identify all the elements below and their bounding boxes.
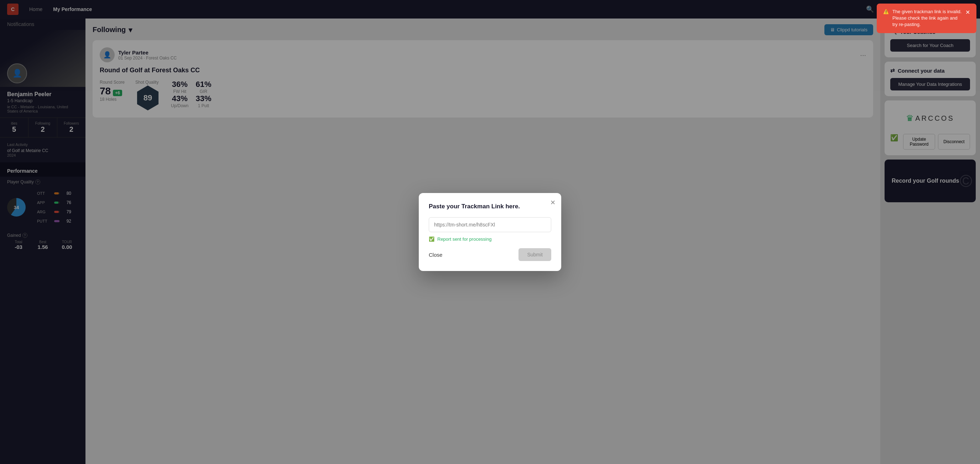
modal-title: Paste your Trackman Link here.: [429, 203, 551, 210]
modal-success-msg: ✅ Report sent for processing: [429, 237, 551, 242]
modal-overlay: ✕ Paste your Trackman Link here. ✅ Repor…: [0, 0, 980, 464]
success-icon: ✅: [429, 237, 434, 242]
trackman-modal: ✕ Paste your Trackman Link here. ✅ Repor…: [419, 193, 561, 271]
toast-close-icon[interactable]: ✕: [966, 8, 970, 16]
modal-close-icon[interactable]: ✕: [550, 199, 555, 207]
success-text: Report sent for processing: [437, 237, 492, 242]
warning-icon: ⚠️: [883, 8, 889, 15]
modal-submit-button[interactable]: Submit: [519, 248, 551, 261]
modal-close-button[interactable]: Close: [429, 252, 442, 258]
modal-footer: Close Submit: [429, 248, 551, 261]
toast-message: The given trackman link is invalid. Plea…: [892, 8, 962, 28]
error-toast: ⚠️ The given trackman link is invalid. P…: [877, 3, 977, 33]
trackman-link-input[interactable]: [429, 217, 551, 232]
